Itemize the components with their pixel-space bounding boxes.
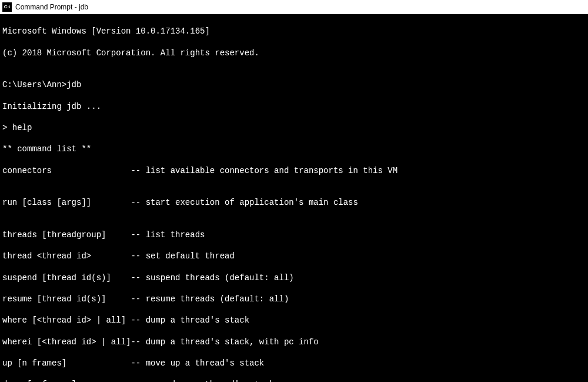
window-title-bar: C:\ Command Prompt - jdb [0, 0, 588, 14]
term-line: ** command list ** [2, 144, 586, 154]
term-line: thread <thread id> -- set default thread [2, 251, 586, 261]
term-line: resume [thread id(s)] -- resume threads … [2, 294, 586, 304]
term-line: suspend [thread id(s)] -- suspend thread… [2, 273, 586, 283]
term-line: C:\Users\Ann>jdb [2, 79, 586, 90]
terminal-output[interactable]: Microsoft Windows [Version 10.0.17134.16… [0, 14, 588, 382]
term-line: > help [2, 122, 586, 133]
window-title: Command Prompt - jdb [15, 3, 88, 11]
cmd-icon: C:\ [2, 2, 12, 12]
term-line: (c) 2018 Microsoft Corporation. All righ… [2, 48, 586, 58]
term-line: threads [threadgroup] -- list threads [2, 230, 586, 240]
term-line: where [<thread id> | all] -- dump a thre… [2, 315, 586, 325]
term-line: Initializing jdb ... [2, 101, 586, 112]
term-line: connectors -- list available connectors … [2, 165, 586, 176]
term-line: down [n frames] -- move down a thread's … [2, 379, 586, 382]
term-line: run [class [args]] -- start execution of… [2, 197, 586, 208]
term-line: Microsoft Windows [Version 10.0.17134.16… [2, 26, 586, 36]
term-line: up [n frames] -- move up a thread's stac… [2, 358, 586, 368]
term-line: wherei [<thread id> | all]-- dump a thre… [2, 337, 586, 347]
